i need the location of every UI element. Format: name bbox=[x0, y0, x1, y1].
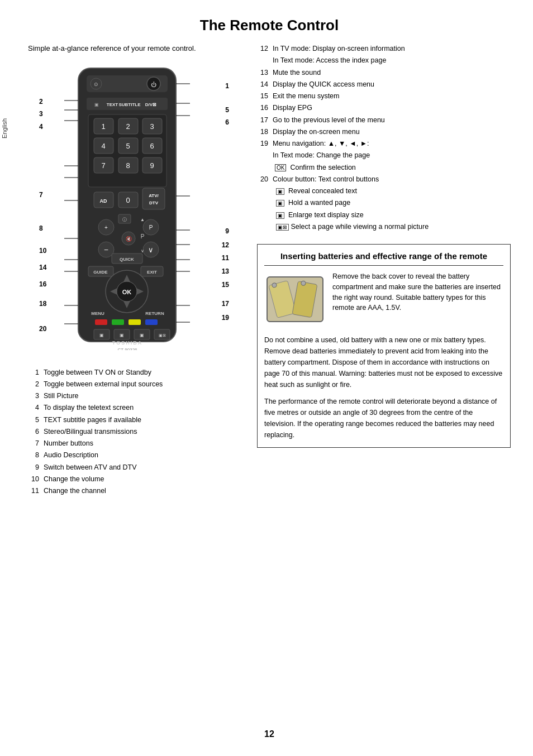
svg-text:∨: ∨ bbox=[148, 246, 154, 254]
svg-rect-63 bbox=[112, 319, 124, 325]
list-item-13: 13Mute the sound bbox=[257, 67, 511, 79]
svg-text:QUICK: QUICK bbox=[120, 257, 134, 262]
label-20: 20 bbox=[39, 325, 46, 333]
battery-para2: The performance of the remote control wi… bbox=[264, 396, 503, 441]
label-10: 10 bbox=[39, 247, 46, 255]
svg-text:▣: ▣ bbox=[94, 102, 99, 107]
svg-text:▣: ▣ bbox=[120, 333, 124, 338]
svg-text:OK: OK bbox=[122, 289, 132, 295]
svg-text:3: 3 bbox=[150, 122, 154, 131]
svg-text:▣: ▣ bbox=[99, 333, 104, 338]
list-item: 7Number buttons bbox=[28, 438, 240, 449]
side-label: English bbox=[1, 112, 8, 145]
svg-text:EXIT: EXIT bbox=[147, 270, 157, 275]
list-item: 1Toggle between TV ON or Standby bbox=[28, 367, 240, 379]
svg-text:▣: ▣ bbox=[140, 333, 144, 338]
svg-text:8: 8 bbox=[126, 161, 130, 170]
list-item: 5TEXT subtitle pages if available bbox=[28, 414, 240, 426]
battery-description: Remove the back cover to reveal the batt… bbox=[332, 271, 503, 329]
svg-text:▣⊠: ▣⊠ bbox=[159, 333, 166, 337]
svg-text:DTV: DTV bbox=[149, 200, 159, 205]
list-item-17: 17Go to the previous level of the menu bbox=[257, 114, 511, 126]
list-item: 9Switch between ATV and DTV bbox=[28, 462, 240, 473]
svg-text:5: 5 bbox=[126, 142, 130, 150]
list-item: 8Audio Description bbox=[28, 449, 240, 461]
left-number-list: 1Toggle between TV ON or Standby 2Toggle… bbox=[28, 367, 240, 497]
list-item-15: 15Exit the menu system bbox=[257, 90, 511, 102]
list-item-19: 19 Menu navigation: ▲, ▼, ◄, ►: In Text … bbox=[257, 138, 511, 174]
svg-rect-34 bbox=[142, 188, 165, 209]
list-item-12: 12 In TV mode: Display on-screen informa… bbox=[257, 43, 511, 67]
label-13: 13 bbox=[222, 267, 229, 275]
label-2: 2 bbox=[39, 98, 43, 106]
svg-text:ATV/: ATV/ bbox=[149, 193, 159, 198]
svg-rect-62 bbox=[95, 319, 107, 325]
label-6: 6 bbox=[225, 118, 229, 126]
list-item: 3Still Picture bbox=[28, 390, 240, 402]
svg-text:4: 4 bbox=[101, 142, 105, 150]
page-number: 12 bbox=[28, 729, 511, 745]
right-number-list: 12 In TV mode: Display on-screen informa… bbox=[257, 43, 511, 233]
svg-text:6: 6 bbox=[150, 142, 154, 150]
svg-text:⏻: ⏻ bbox=[151, 82, 156, 88]
svg-text:MENU: MENU bbox=[91, 311, 104, 316]
svg-text:0: 0 bbox=[126, 196, 130, 204]
label-1: 1 bbox=[225, 82, 229, 90]
svg-text:🔇: 🔇 bbox=[126, 236, 132, 242]
label-8: 8 bbox=[39, 224, 43, 232]
battery-section: Inserting batteries and effective range … bbox=[257, 244, 511, 448]
svg-text:⊙: ⊙ bbox=[94, 82, 98, 87]
intro-text: Simple at-a-glance reference of your rem… bbox=[28, 43, 240, 54]
list-item: 4To display the teletext screen bbox=[28, 402, 240, 414]
page-title: The Remote Control bbox=[28, 17, 511, 34]
svg-text:7: 7 bbox=[101, 161, 105, 170]
label-17: 17 bbox=[222, 300, 229, 308]
list-item: 11Change the channel bbox=[28, 485, 240, 497]
list-item: 6Stereo/Bilingual transmissions bbox=[28, 426, 240, 438]
battery-image bbox=[264, 271, 326, 329]
svg-text:GUIDE: GUIDE bbox=[93, 270, 108, 275]
label-16: 16 bbox=[39, 280, 46, 288]
list-item: 10Change the volume bbox=[28, 473, 240, 485]
label-12: 12 bbox=[222, 241, 229, 249]
label-9: 9 bbox=[225, 227, 229, 235]
svg-rect-65 bbox=[145, 319, 158, 325]
svg-text:TEXT: TEXT bbox=[107, 102, 118, 107]
svg-text:P: P bbox=[141, 233, 145, 240]
label-19: 19 bbox=[222, 314, 229, 322]
label-11: 11 bbox=[222, 254, 229, 262]
label-18: 18 bbox=[39, 300, 46, 308]
battery-para1: Do not combine a used, old battery with … bbox=[264, 334, 503, 390]
label-7: 7 bbox=[39, 191, 43, 199]
svg-text:▲: ▲ bbox=[140, 217, 145, 222]
right-column: 12 In TV mode: Display on-screen informa… bbox=[257, 43, 511, 718]
svg-text:RETURN: RETURN bbox=[145, 311, 164, 316]
svg-text:2: 2 bbox=[126, 122, 130, 131]
label-3: 3 bbox=[39, 110, 43, 118]
svg-text:P: P bbox=[149, 224, 153, 231]
svg-text:CT-90326: CT-90326 bbox=[117, 347, 137, 350]
svg-text:D/V⊠: D/V⊠ bbox=[145, 102, 156, 107]
label-4: 4 bbox=[39, 123, 43, 131]
svg-rect-64 bbox=[129, 319, 141, 325]
svg-text:ⓘ: ⓘ bbox=[122, 217, 127, 222]
page: English The Remote Control Simple at-a-g… bbox=[0, 0, 533, 756]
label-5: 5 bbox=[225, 106, 229, 114]
remote-diagram: 2 3 4 7 8 10 14 16 18 20 1 5 6 9 12 11 1… bbox=[39, 65, 229, 361]
svg-text:TOSHIBA: TOSHIBA bbox=[112, 340, 142, 346]
list-item: 2Toggle between external input sources bbox=[28, 379, 240, 390]
svg-text:SUBTITLE: SUBTITLE bbox=[118, 102, 141, 107]
left-column: Simple at-a-glance reference of your rem… bbox=[28, 43, 240, 718]
svg-text:9: 9 bbox=[150, 161, 154, 170]
svg-text:AD: AD bbox=[100, 198, 107, 204]
battery-illustration bbox=[264, 271, 326, 327]
content-area: Simple at-a-glance reference of your rem… bbox=[28, 43, 511, 718]
battery-content: Remove the back cover to reveal the batt… bbox=[264, 271, 503, 329]
svg-text:+: + bbox=[104, 224, 108, 231]
label-15: 15 bbox=[222, 281, 229, 289]
remote-svg: ⏻ ⊙ ▣ TEXT SUBTITLE D/V⊠ 1 bbox=[56, 65, 201, 350]
battery-section-title: Inserting batteries and effective range … bbox=[264, 251, 503, 266]
svg-text:1: 1 bbox=[101, 122, 105, 131]
list-item-16: 16Display EPG bbox=[257, 102, 511, 114]
svg-text:–: – bbox=[104, 246, 108, 253]
